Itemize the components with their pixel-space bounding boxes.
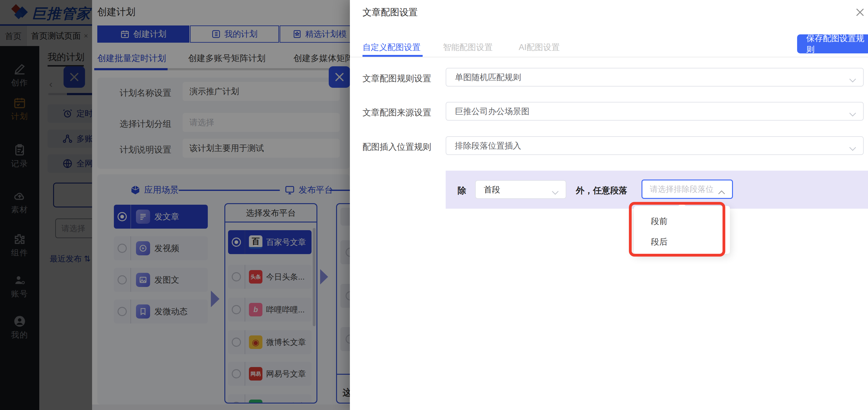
chevron-down-icon — [849, 144, 856, 148]
exclusion-middle-text: 外，任意段落 — [576, 185, 627, 196]
rule-setting-select[interactable]: 单图随机匹配规则 — [446, 68, 864, 87]
dropdown-option-after-paragraph[interactable]: 段后 — [651, 236, 668, 247]
drawer-backdrop[interactable] — [0, 0, 350, 410]
chevron-down-icon — [849, 109, 856, 114]
drawer-tab-smart[interactable]: 智能配图设置 — [443, 42, 493, 53]
drawer-tab-custom[interactable]: 自定义配图设置 — [363, 42, 421, 53]
source-setting-label: 文章配图来源设置 — [363, 107, 431, 119]
exclude-position-select[interactable]: 请选择排除段落位 — [642, 180, 733, 199]
image-settings-drawer: 文章配图设置 自定义配图设置 智能配图设置 AI配图设置 保存配图设置规则 文章… — [350, 0, 868, 410]
exclusion-rule-row: 除 首段 外，任意段落 请选择排除段落位 — [446, 170, 868, 209]
chevron-down-icon — [849, 75, 856, 80]
position-rule-label: 配图插入位置规则 — [363, 141, 431, 153]
exclusion-prefix: 除 — [458, 185, 466, 196]
position-dropdown-menu: 段前 段后 — [634, 206, 730, 254]
exclude-paragraph-select[interactable]: 首段 — [475, 180, 566, 199]
dropdown-option-before-paragraph[interactable]: 段前 — [651, 216, 668, 227]
rule-setting-label: 文章配图规则设置 — [363, 73, 431, 85]
save-settings-button[interactable]: 保存配图设置规则 — [797, 34, 868, 54]
position-rule-select[interactable]: 排除段落位置插入 — [446, 136, 864, 155]
drawer-title: 文章配图设置 — [363, 6, 418, 19]
source-setting-select[interactable]: 巨推公司办公场景图 — [446, 102, 864, 121]
chevron-up-icon — [718, 187, 725, 191]
drawer-close-icon[interactable] — [852, 5, 867, 20]
chevron-down-icon — [552, 188, 559, 192]
drawer-tabs-divider — [350, 57, 868, 57]
drawer-tab-ai[interactable]: AI配图设置 — [519, 42, 560, 53]
